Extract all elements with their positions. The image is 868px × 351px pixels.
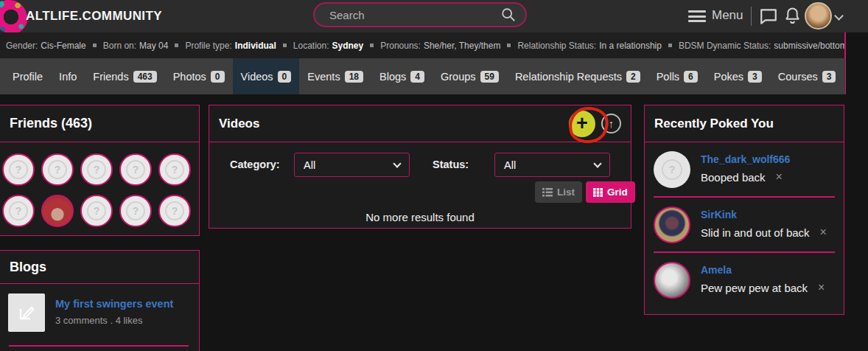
poke-avatar[interactable]: ? [654, 151, 690, 188]
tab-label: Videos [241, 71, 273, 83]
question-placeholder-icon: ? [165, 160, 184, 179]
friend-avatar[interactable]: ? [41, 153, 74, 186]
friend-avatar[interactable]: ? [158, 195, 191, 227]
friends-panel-title: Friends (463) [0, 105, 199, 142]
tab-courses[interactable]: Courses3 [770, 58, 844, 94]
recently-poked-title: Recently Poked You [645, 105, 844, 142]
poke-action-text: Slid in and out of back [701, 226, 810, 239]
poke-action-text: Booped back [701, 171, 766, 184]
info-label: Born on: [103, 41, 136, 51]
friend-avatar-photo[interactable] [41, 195, 74, 227]
tab-badge: 18 [345, 71, 363, 83]
search-bar [313, 2, 527, 27]
poke-avatar[interactable] [654, 262, 690, 299]
status-select[interactable]: All [494, 153, 610, 177]
info-value: Individual [235, 41, 276, 51]
status-selected-value: All [504, 159, 516, 171]
upload-video-button[interactable]: ↑ [601, 114, 621, 133]
tab-photos[interactable]: Photos0 [165, 58, 233, 94]
friend-avatar[interactable]: ? [119, 153, 152, 186]
info-label: Pronouns: [380, 41, 421, 51]
info-field-location: Location: Sydney [293, 41, 363, 51]
tab-events[interactable]: Events18 [299, 58, 371, 94]
info-label: Location: [293, 41, 329, 51]
brand-logo-icon[interactable] [0, 0, 27, 34]
tab-badge: 2 [626, 71, 640, 83]
menu-button[interactable]: Menu [712, 8, 743, 23]
grid-view-button[interactable]: Grid [586, 181, 635, 203]
tab-friends[interactable]: Friends463 [85, 58, 164, 94]
info-field-relationship: Relationship Status: In a relationship [517, 41, 661, 51]
friend-avatar[interactable]: ? [2, 153, 35, 186]
tab-badge: 0 [278, 71, 292, 83]
blog-thumbnail[interactable] [8, 293, 45, 332]
search-input[interactable] [329, 9, 500, 21]
blog-title-link[interactable]: My first swingers event [55, 298, 173, 310]
tab-blogs[interactable]: Blogs4 [371, 58, 433, 94]
poke-list-item: Amela Pew pew pew at back × [645, 253, 844, 307]
friends-avatar-grid: ? ? ? ? ? ? ? ? ? [0, 142, 199, 227]
list-icon [542, 188, 553, 197]
list-view-button[interactable]: List [535, 181, 582, 203]
friend-avatar[interactable]: ? [80, 153, 113, 186]
tab-videos[interactable]: Videos0 [233, 58, 300, 94]
tab-badge: 59 [480, 71, 499, 83]
chevron-down-icon [393, 159, 401, 167]
bullet-separator [370, 44, 374, 47]
blogs-panel: Blogs My first swingers event 3 comments… [0, 250, 200, 351]
tab-polls[interactable]: Polls6 [648, 58, 706, 94]
list-button-label: List [557, 187, 575, 198]
tab-pokes[interactable]: Pokes3 [706, 58, 770, 94]
tab-badge: 0 [211, 71, 225, 83]
messages-icon[interactable] [759, 7, 778, 26]
close-icon[interactable]: × [776, 170, 783, 184]
close-icon[interactable]: × [820, 226, 827, 239]
up-arrow-icon: ↑ [609, 117, 615, 130]
tab-label: Polls [657, 71, 679, 83]
info-field-profile-type: Profile type: Individual [185, 41, 276, 51]
tab-more[interactable]: More [844, 58, 845, 94]
chevron-down-icon[interactable] [834, 11, 844, 21]
brand-title: ALTLIFE.COMMUNITY [26, 9, 162, 24]
close-icon[interactable]: × [818, 281, 825, 294]
tab-profile[interactable]: Profile [4, 58, 51, 94]
blogs-panel-title: Blogs [0, 251, 199, 284]
bullet-separator [93, 44, 97, 47]
friend-avatar[interactable]: ? [80, 195, 113, 227]
poke-user-link[interactable]: SirKink [701, 209, 827, 220]
poke-list-item: SirKink Slid in and out of back × [645, 198, 844, 251]
friend-avatar[interactable]: ? [158, 153, 191, 186]
user-avatar[interactable] [805, 2, 832, 29]
info-label: Gender: [6, 41, 38, 51]
tab-relationship-requests[interactable]: Relationship Requests2 [507, 58, 648, 94]
poke-user-link[interactable]: The_dark_wolf666 [701, 153, 790, 165]
recently-poked-panel: Recently Poked You ? The_dark_wolf666 Bo… [644, 105, 844, 315]
page: ALTLIFE.COMMUNITY Menu Gender: Cis-Femal… [0, 0, 868, 351]
grid-icon [593, 188, 603, 197]
chevron-down-icon [593, 159, 601, 167]
poke-action: Pew pew pew at back × [701, 281, 825, 294]
tab-label: Info [59, 71, 77, 83]
profile-info-bar: Gender: Cis-Female Born on: May 04 Profi… [0, 32, 845, 58]
tab-info[interactable]: Info [51, 58, 85, 94]
friend-avatar[interactable]: ? [2, 195, 35, 227]
menu-hamburger-icon[interactable] [688, 10, 706, 22]
poke-user-link[interactable]: Amela [701, 264, 825, 276]
search-icon[interactable] [500, 7, 517, 23]
bullet-separator [175, 44, 178, 47]
question-placeholder-icon: ? [126, 160, 145, 179]
add-video-button[interactable]: + [569, 111, 595, 137]
poke-item-text: The_dark_wolf666 Booped back × [701, 151, 790, 188]
poke-avatar[interactable] [654, 206, 690, 243]
poke-action: Slid in and out of back × [701, 226, 827, 239]
tab-badge: 4 [410, 71, 424, 83]
tab-label: Friends [93, 71, 128, 83]
videos-panel-title: Videos [219, 117, 259, 131]
blog-meta: 3 comments . 4 likes [55, 315, 173, 326]
notifications-bell-icon[interactable] [784, 6, 801, 25]
category-select[interactable]: All [294, 153, 410, 177]
friends-panel: Friends (463) ? ? ? ? ? ? ? ? ? [0, 105, 200, 236]
friend-avatar[interactable]: ? [119, 195, 152, 227]
tab-groups[interactable]: Groups59 [433, 58, 507, 94]
question-placeholder-icon: ? [165, 201, 184, 220]
